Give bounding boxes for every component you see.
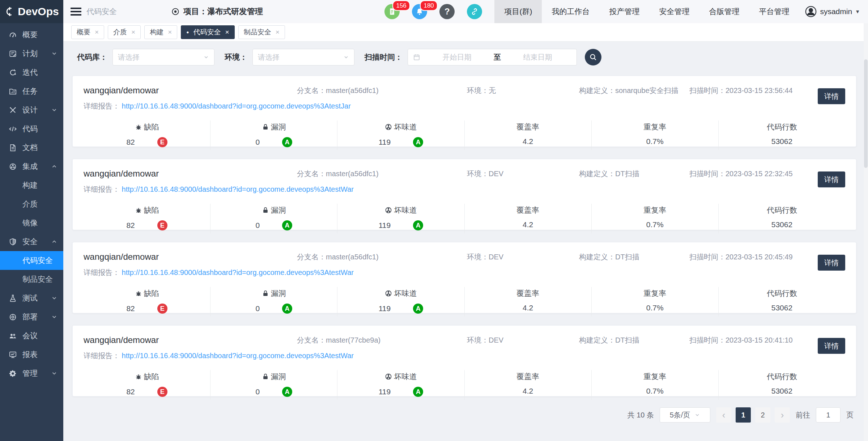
tab-4[interactable]: 制品安全× [238,25,285,39]
sidebar-item-13[interactable]: 制品安全 [0,270,63,289]
nav-item-3[interactable]: 安全管理 [649,0,699,23]
metric-cell: 坏味道 119A [337,204,464,233]
metric-value: 82 [126,304,135,313]
sidebar-item-2[interactable]: 迭代 [0,63,63,82]
sidebar-item-label: 镜像 [22,218,38,228]
pagination: 共 10 条 5条/页 ‹ 1 2 › 前往 页 [63,407,868,423]
tab-1[interactable]: 介质× [108,25,141,39]
repo-select[interactable]: 请选择 [112,49,214,65]
scrollbar-thumb[interactable] [864,59,868,168]
tab-0[interactable]: 概要× [71,25,104,39]
sidebar-item-16[interactable]: 会议 [0,326,63,345]
plan-icon [9,50,17,58]
sidebar-item-1[interactable]: 计划 [0,44,63,63]
todo-count-badge: 156 [392,0,410,11]
metric-value: 4.2 [523,387,533,395]
sidebar-item-17[interactable]: 报表 [0,345,63,364]
build-def-meta: 构建定义：DT扫描 [579,252,689,262]
chevron-down-icon [343,54,349,60]
chevron-up-icon [51,238,58,245]
notifications-button[interactable]: 180 [412,4,427,19]
close-icon[interactable]: × [276,28,280,36]
sidebar-item-12[interactable]: 代码安全 [0,251,63,270]
report-link[interactable]: http://10.16.16.48:9000/dashboard?id=org… [122,352,354,360]
close-icon[interactable]: × [225,28,229,36]
nav-item-5[interactable]: 平台管理 [749,0,799,23]
metric-value: 0 [255,221,260,230]
nav-item-4[interactable]: 合版管理 [699,0,749,23]
chevron-down-icon [51,50,58,57]
sidebar-item-8[interactable]: 构建 [0,176,63,195]
build-def-meta: 构建定义：DT扫描 [579,169,689,179]
metric-value: 119 [379,138,391,147]
metric-cell: 坏味道 119A [337,287,464,317]
gauge-icon [9,31,17,39]
scan-list: wangqian/demowar 分支名：master(a56dfc1) 环境：… [63,69,868,397]
sidebar-item-3[interactable]: 任务 [0,82,63,101]
detail-button[interactable]: 详情 [818,88,845,104]
sidebar-item-11[interactable]: 安全 [0,232,63,251]
detail-button[interactable]: 详情 [818,338,845,354]
sidebar-item-15[interactable]: 部署 [0,308,63,326]
goto-page-input[interactable] [816,407,841,423]
branch-meta: 分支名：master(a56dfc1) [297,86,467,96]
sidebar-item-14[interactable]: 测试 [0,289,63,308]
report-link[interactable]: http://10.16.16.48:9000/dashboard?id=org… [122,185,354,193]
user-menu[interactable]: sysadmin ▼ [799,5,868,18]
total-count: 共 10 条 [627,410,654,420]
sidebar-item-5[interactable]: 代码 [0,119,63,138]
close-icon[interactable]: × [131,28,135,36]
env-select[interactable]: 请选择 [252,49,354,65]
hamburger-menu-icon[interactable] [71,8,81,16]
sidebar-item-4[interactable]: 设计 [0,101,63,119]
sidebar-item-9[interactable]: 介质 [0,195,63,213]
next-page-button[interactable]: › [775,407,790,423]
page-size-select[interactable]: 5条/页 [660,407,710,423]
metric-cell: 代码行数 53062 [718,120,845,150]
sidebar-item-6[interactable]: 文档 [0,138,63,157]
page-button-2[interactable]: 2 [755,407,770,423]
links-button[interactable] [467,4,482,19]
todo-button[interactable]: 156 [384,4,400,19]
avatar-icon [805,5,817,18]
page-button-1[interactable]: 1 [736,407,751,423]
metric-cell: 代码行数 53062 [718,370,845,400]
scrollbar[interactable] [864,23,868,441]
grade-badge: A [282,137,292,147]
search-button[interactable] [585,49,601,65]
sidebar-item-0[interactable]: 概要 [0,25,63,44]
target-icon [171,7,180,16]
scan-record-card: wangqian/demowar 分支名：master(a56dfc1) 环境：… [72,242,856,313]
detail-button[interactable]: 详情 [818,255,845,271]
report-label: 详细报告： [84,352,120,360]
metric-cell: 缺陷 82E [84,287,210,317]
sidebar-item-label: 制品安全 [22,274,53,284]
tab-2[interactable]: 构建× [144,25,177,39]
end-date-input[interactable]: 结束日期 [504,52,571,62]
start-date-input[interactable]: 开始日期 [423,52,491,62]
scan-time-meta: 扫描时间：2023-03-15 22:32:45 [689,169,802,179]
tab-label: 代码安全 [193,27,221,37]
chevron-down-icon: ▼ [855,9,860,14]
metrics-row: 缺陷 82E 漏洞 0A 坏味道 119A 覆盖率 4.2 重复率 0.7% 代… [84,118,845,154]
sidebar-item-18[interactable]: 管理 [0,364,63,383]
report-link[interactable]: http://10.16.16.48:9000/dashboard?id=org… [122,268,354,276]
code-smell-icon [385,123,392,131]
nav-item-2[interactable]: 投产管理 [599,0,649,23]
prev-page-button[interactable]: ‹ [716,407,731,423]
help-button[interactable]: ? [439,4,455,19]
report-link[interactable]: http://10.16.16.48:9000/dashboard?id=org… [122,102,351,110]
design-icon [9,106,17,114]
tab-3[interactable]: ●代码安全× [181,25,234,39]
filter-bar: 代码库： 请选择 环境： 请选择 扫描时间： 开始日期 至 结束日期 [63,42,868,69]
sidebar-item-7[interactable]: 集成 [0,157,63,176]
date-range-input[interactable]: 开始日期 至 结束日期 [408,49,577,65]
notification-count-badge: 180 [420,0,437,11]
sidebar-item-10[interactable]: 镜像 [0,213,63,232]
nav-item-0[interactable]: 项目(群) [494,0,542,23]
nav-item-1[interactable]: 我的工作台 [542,0,599,23]
close-icon[interactable]: × [95,28,99,36]
code-smell-icon [385,290,392,297]
detail-button[interactable]: 详情 [818,171,845,187]
close-icon[interactable]: × [168,28,172,36]
